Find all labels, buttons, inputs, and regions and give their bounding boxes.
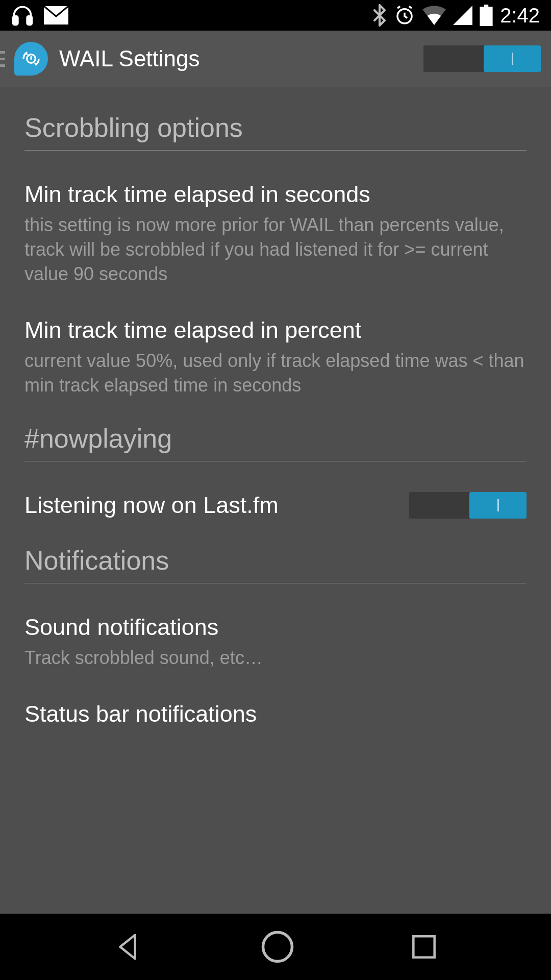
setting-title: Min track time elapsed in percent: [24, 316, 527, 345]
svg-rect-1: [27, 16, 32, 24]
master-toggle[interactable]: [423, 45, 541, 72]
listening-now-toggle[interactable]: [409, 492, 527, 519]
setting-statusbar-notifications[interactable]: Status bar notifications: [24, 700, 527, 728]
page-title: WAIL Settings: [59, 46, 200, 71]
svg-rect-4: [480, 7, 493, 26]
setting-sound-notifications[interactable]: Sound notifications Track scrobbled soun…: [24, 613, 527, 670]
setting-title: Status bar notifications: [24, 700, 527, 728]
alarm-icon: [394, 5, 415, 26]
navigation-bar: [0, 914, 551, 980]
setting-title: Sound notifications: [24, 613, 527, 642]
mail-icon: [44, 6, 68, 24]
cell-signal-icon: [453, 6, 472, 25]
svg-rect-9: [413, 936, 434, 957]
section-header-scrobbling: Scrobbling options: [24, 112, 527, 151]
bluetooth-icon: [372, 4, 387, 27]
status-bar: 2:42: [0, 0, 551, 31]
recents-button[interactable]: [408, 931, 440, 963]
setting-min-percent[interactable]: Min track time elapsed in percent curren…: [24, 316, 527, 398]
back-button[interactable]: [111, 929, 147, 965]
svg-rect-5: [484, 5, 488, 7]
action-bar: WAIL Settings: [0, 31, 551, 87]
setting-listening-now[interactable]: Listening now on Last.fm: [24, 491, 527, 520]
nav-drawer-icon[interactable]: [0, 51, 5, 67]
home-button[interactable]: [258, 927, 297, 966]
setting-subtitle: Track scrobbled sound, etc…: [24, 646, 527, 670]
section-header-notifications: Notifications: [24, 545, 527, 583]
battery-icon: [480, 5, 493, 26]
headphones-icon: [11, 4, 34, 27]
section-header-nowplaying: #nowplaying: [24, 423, 527, 461]
setting-title: Listening now on Last.fm: [24, 491, 394, 520]
svg-point-7: [30, 58, 32, 60]
settings-list[interactable]: Scrobbling options Min track time elapse…: [0, 87, 551, 914]
setting-title: Min track time elapsed in seconds: [24, 180, 527, 209]
svg-rect-0: [13, 16, 18, 24]
status-clock: 2:42: [500, 4, 540, 27]
wifi-icon: [422, 6, 446, 25]
svg-point-8: [263, 933, 292, 962]
setting-min-seconds[interactable]: Min track time elapsed in seconds this s…: [24, 180, 527, 286]
setting-subtitle: current value 50%, used only if track el…: [24, 349, 527, 398]
setting-subtitle: this setting is now more prior for WAIL …: [24, 213, 527, 286]
app-logo-icon: [14, 42, 48, 76]
